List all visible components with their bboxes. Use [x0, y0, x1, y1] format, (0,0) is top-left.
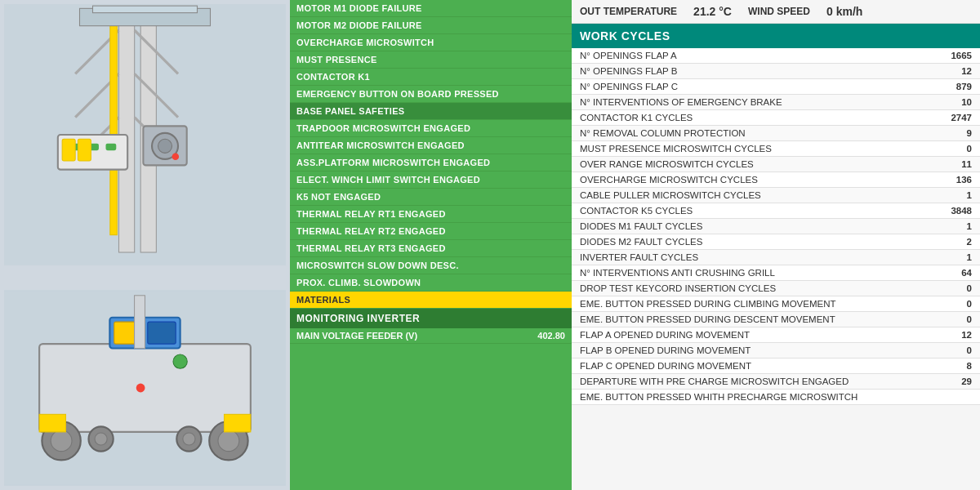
cycle-label: INVERTER FAULT CYCLES [580, 252, 698, 262]
cycle-label: DROP TEST KEYCORD INSERTION CYCLES [580, 283, 776, 293]
cycle-value: 29 [939, 376, 972, 386]
cycle-row: CABLE PULLER MICROSWITCH CYCLES1 [572, 188, 980, 203]
cycle-label: EME. BUTTON PRESSED DURING DESCENT MOVEM… [580, 314, 835, 324]
cycle-label: FLAP A OPENED DURING MOVEMENT [580, 330, 750, 340]
cycle-label: FLAP C OPENED DURING MOVEMENT [580, 361, 751, 371]
cycle-row: MUST PRESENCE MICROSWITCH CYCLES0 [572, 141, 980, 157]
cycle-value: 8 [939, 361, 972, 371]
safety-list: MOTOR M1 DIODE FAILUREMOTOR M2 DIODE FAI… [290, 0, 572, 309]
cycle-label: DIODES M2 FAULT CYCLES [580, 237, 702, 247]
cycle-value: 9 [939, 128, 972, 138]
machine-bottom-svg [4, 290, 286, 486]
monitoring-item: MAIN VOLTAGE FEEDER (V)402.80 [290, 328, 572, 344]
wind-unit: km/h [836, 5, 863, 18]
cycle-value: 879 [939, 82, 972, 91]
cycle-label: N° REMOVAL COLUMN PROTECTION [580, 128, 746, 138]
cycle-value: 12 [939, 330, 972, 340]
left-panel [0, 0, 290, 490]
svg-point-18 [158, 139, 172, 153]
cycle-label: MUST PRESENCE MICROSWITCH CYCLES [580, 144, 772, 154]
cycle-value: 3848 [939, 206, 972, 216]
safety-item: CONTACTOR K1 [290, 69, 572, 86]
svg-rect-13 [106, 144, 117, 151]
cycle-label: OVERCHARGE MICROSWITCH CYCLES [580, 175, 758, 185]
svg-rect-38 [39, 414, 65, 432]
svg-point-37 [136, 384, 145, 393]
cycle-value: 1 [939, 252, 972, 262]
cycle-label: N° OPENINGS FLAP C [580, 82, 678, 91]
svg-point-19 [172, 153, 180, 160]
middle-panel: MOTOR M1 DIODE FAILUREMOTOR M2 DIODE FAI… [290, 0, 572, 490]
svg-point-31 [183, 433, 195, 445]
cycle-row: DEPARTURE WITH PRE CHARGE MICROSWITCH EN… [572, 374, 980, 390]
cycle-label: OVER RANGE MICROSWITCH CYCLES [580, 159, 754, 169]
monitoring-label: MAIN VOLTAGE FEEDER (V) [296, 331, 417, 341]
cycle-value: 12 [939, 66, 972, 76]
svg-rect-39 [225, 414, 251, 432]
monitoring-header: MONITORING INVERTER [290, 309, 572, 328]
cycle-label: CONTACTOR K5 CYCLES [580, 206, 693, 216]
cycle-value [939, 392, 972, 402]
safety-item: ASS.PLATFORM MICROSWITCH ENGAGED [290, 154, 572, 172]
cycle-value: 10 [939, 97, 972, 107]
svg-rect-21 [93, 6, 198, 13]
safety-item: THERMAL RELAY RT3 ENGAGED [290, 240, 572, 257]
wind-number: 0 [826, 5, 833, 18]
cycle-row: EME. BUTTON PRESSED DURING CLIMBING MOVE… [572, 296, 980, 312]
cycle-row: INVERTER FAULT CYCLES1 [572, 250, 980, 265]
temp-number: 21.2 [693, 5, 715, 18]
cycle-label: N° INTERVENTIONS ANTI CRUSHING GRILL [580, 268, 775, 278]
cycle-value: 1665 [939, 51, 972, 60]
cycle-value: 2 [939, 237, 972, 247]
machine-top-svg [4, 4, 286, 265]
cycle-label: DEPARTURE WITH PRE CHARGE MICROSWITCH EN… [580, 376, 849, 386]
wind-speed-value: 0 km/h [826, 5, 862, 18]
cycle-value: 0 [939, 345, 972, 355]
cycle-row: FLAP C OPENED DURING MOVEMENT8 [572, 359, 980, 374]
cycle-row: CONTACTOR K5 CYCLES3848 [572, 203, 980, 219]
cycle-row: DROP TEST KEYCORD INSERTION CYCLES0 [572, 281, 980, 296]
cycle-label: EME. BUTTON PRESSED DURING CLIMBING MOVE… [580, 299, 836, 309]
out-temp-label: OUT TEMPERATURE [580, 6, 677, 17]
safety-item: MOTOR M1 DIODE FAILURE [290, 0, 572, 17]
safety-item: MOTOR M2 DIODE FAILURE [290, 17, 572, 34]
cycle-row: EME. BUTTON PRESSED DURING DESCENT MOVEM… [572, 312, 980, 327]
svg-rect-14 [62, 139, 75, 161]
safety-item: ELECT. WINCH LIMIT SWITCH ENGAGED [290, 172, 572, 189]
cycle-label: N° OPENINGS FLAP A [580, 51, 677, 60]
cycle-row: DIODES M1 FAULT CYCLES1 [572, 219, 980, 234]
cycle-value: 136 [939, 175, 972, 185]
safety-item: OVERCHARGE MICROSWITCH [290, 34, 572, 51]
safety-item: THERMAL RELAY RT1 ENGAGED [290, 206, 572, 223]
svg-point-36 [173, 354, 187, 368]
cycle-label: N° OPENINGS FLAP B [580, 66, 677, 76]
cycle-value: 11 [939, 159, 972, 169]
svg-point-25 [51, 430, 72, 452]
cycle-label: N° INTERVENTIONS OF EMERGENCY BRAKE [580, 97, 782, 107]
cycle-label: FLAP B OPENED DURING MOVEMENT [580, 345, 751, 355]
cycle-value: 64 [939, 268, 972, 278]
cycle-value: 1 [939, 190, 972, 200]
svg-point-27 [218, 430, 239, 452]
cycle-value: 0 [939, 314, 972, 324]
cycle-row: N° REMOVAL COLUMN PROTECTION9 [572, 126, 980, 141]
cycle-label: CONTACTOR K1 CYCLES [580, 113, 693, 122]
temp-value: 21.2 °C [693, 5, 732, 18]
cycle-row: N° OPENINGS FLAP B12 [572, 64, 980, 79]
monitoring-value: 402.80 [537, 331, 565, 341]
cycle-label: EME. BUTTON PRESSED WHITH PRECHARGE MICR… [580, 392, 858, 402]
machine-diagram-top [4, 4, 286, 265]
safety-item: K5 NOT ENGAGED [290, 189, 572, 206]
cycle-row: N° INTERVENTIONS ANTI CRUSHING GRILL64 [572, 265, 980, 281]
machine-diagram-bottom [4, 290, 286, 486]
svg-rect-9 [110, 8, 118, 234]
cycle-value: 1 [939, 221, 972, 231]
temp-unit: °C [719, 5, 732, 18]
monitoring-list: MAIN VOLTAGE FEEDER (V)402.80 [290, 328, 572, 344]
wind-speed-label: WIND SPEED [748, 6, 810, 17]
svg-rect-35 [135, 296, 145, 349]
cycle-value: 2747 [939, 113, 972, 122]
cycle-row: N° INTERVENTIONS OF EMERGENCY BRAKE10 [572, 95, 980, 110]
cycle-row: DIODES M2 FAULT CYCLES2 [572, 234, 980, 250]
safety-item: ANTITEAR MICROSWITCH ENGAGED [290, 137, 572, 154]
